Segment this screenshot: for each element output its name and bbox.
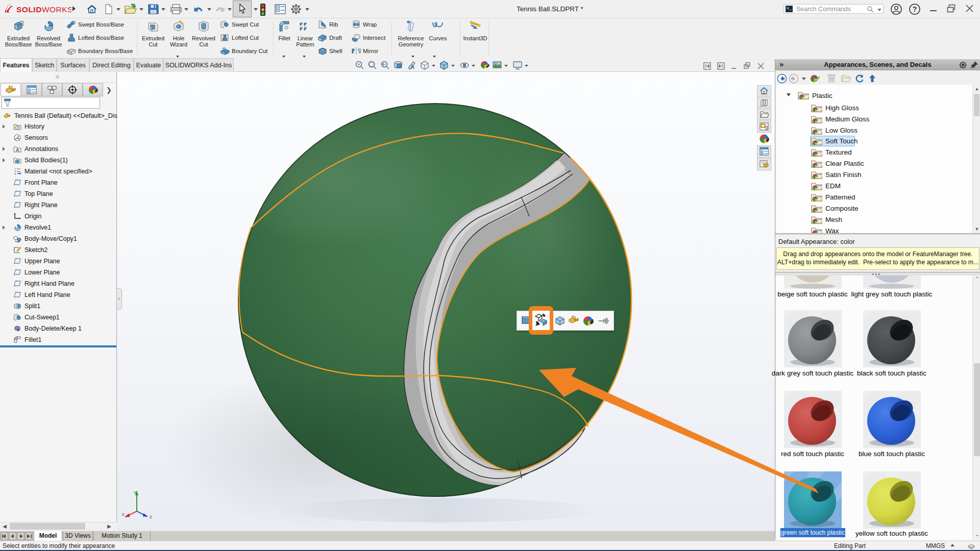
- svg-text:SOLIDWORKS: SOLIDWORKS: [16, 5, 71, 14]
- svg-text:X: X: [121, 512, 125, 517]
- svg-text:?: ?: [913, 5, 917, 13]
- svg-text:Z: Z: [150, 515, 152, 519]
- svg-text:A: A: [410, 64, 414, 70]
- svg-text:A: A: [16, 147, 19, 153]
- svg-text:Y: Y: [134, 490, 137, 495]
